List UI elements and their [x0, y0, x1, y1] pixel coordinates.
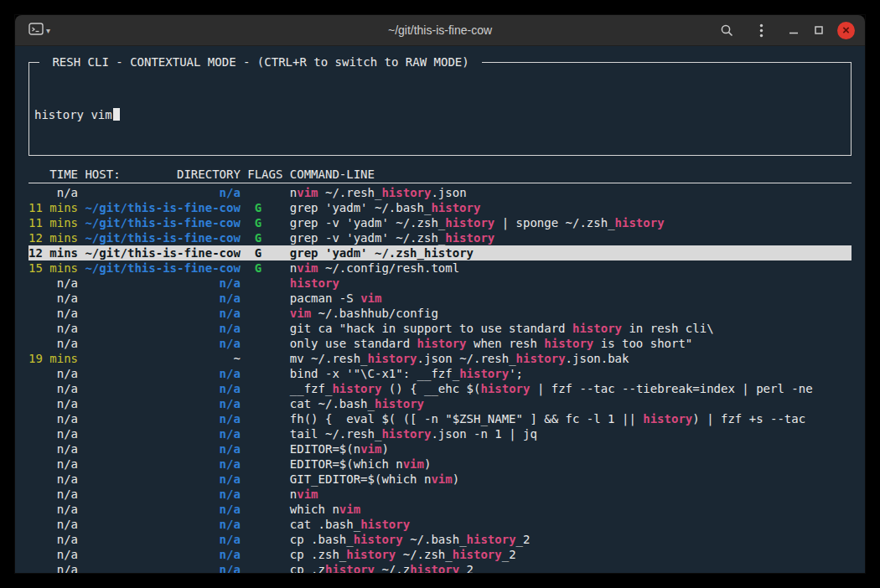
row-flags [247, 321, 282, 336]
minimize-icon [789, 25, 799, 35]
history-row[interactable]: n/an/abind -x '"\C-x1": __fzf_history'; [28, 366, 852, 381]
row-host-dir: n/a [85, 276, 240, 291]
header-host-directory: HOST:DIRECTORY [85, 167, 240, 183]
row-host-dir: ~/git/this-is-fine-cow [85, 200, 240, 215]
row-command: grep -v 'yadm' ~/.zsh_history [290, 230, 852, 245]
row-time: n/a [28, 487, 78, 502]
titlebar-left-group: ▾ [25, 21, 54, 39]
chevron-down-icon: ▾ [46, 26, 50, 35]
terminal-icon [28, 23, 44, 38]
row-host-dir: n/a [85, 396, 240, 411]
row-flags: G [247, 260, 282, 276]
history-row[interactable]: 12 mins~/git/this-is-fine-cowGgrep -v 'y… [28, 230, 852, 245]
terminal-content: RESH CLI - CONTEXTUAL MODE - (CTRL+R to … [15, 46, 865, 573]
restore-window-icon [814, 25, 824, 35]
row-time: n/a [28, 532, 78, 547]
row-flags [247, 396, 282, 411]
search-box-title: RESH CLI - CONTEXTUAL MODE - (CTRL+R to … [39, 54, 482, 70]
close-button[interactable] [837, 22, 855, 39]
row-flags [247, 547, 282, 562]
row-time: n/a [28, 547, 78, 562]
history-row[interactable]: n/an/aEDITOR=$(which nvim) [28, 456, 852, 472]
row-time: 11 mins [28, 200, 78, 215]
row-time: n/a [28, 517, 78, 532]
row-time: n/a [28, 336, 78, 351]
row-flags [247, 291, 282, 306]
history-header: TIME HOST:DIRECTORY FLAGS COMMAND-LINE [28, 167, 852, 183]
row-host-dir: n/a [85, 291, 240, 306]
history-row[interactable]: n/an/anvim [28, 487, 852, 502]
row-command: which nvim [290, 502, 852, 517]
row-host-dir: ~ [85, 351, 240, 366]
row-flags [247, 411, 282, 426]
row-flags [247, 381, 282, 396]
row-flags [247, 441, 282, 456]
row-host-dir: n/a [85, 532, 240, 547]
history-row[interactable]: 11 mins~/git/this-is-fine-cowGgrep -v 'y… [28, 215, 852, 230]
row-flags: G [247, 215, 282, 230]
history-row[interactable]: n/an/afh() { eval $( ([ -n "$ZSH_NAME" ]… [28, 411, 852, 426]
row-flags [247, 426, 282, 441]
history-row[interactable]: 15 mins~/git/this-is-fine-cowGnvim ~/.co… [28, 260, 852, 276]
menu-button[interactable] [758, 22, 765, 39]
history-row[interactable]: n/an/acp .bash_history ~/.bash_history_2 [28, 532, 852, 547]
row-flags [247, 487, 282, 502]
history-row[interactable]: n/an/acp .zsh_history ~/.zsh_history_2 [28, 547, 852, 562]
row-flags [247, 517, 282, 532]
row-flags [247, 472, 282, 487]
history-row[interactable]: n/an/avim ~/.bashhub/config [28, 306, 852, 321]
header-host: HOST: [85, 167, 120, 183]
history-row[interactable]: n/an/acat .bash_history [28, 517, 852, 532]
row-command: EDITOR=$(nvim) [290, 441, 852, 456]
history-row[interactable]: n/an/acat ~/.bash_history [28, 396, 852, 411]
row-time: n/a [28, 396, 78, 411]
history-row[interactable]: n/an/acp .zhistory ~/.zhistory_2 [28, 562, 852, 573]
row-host-dir: n/a [85, 306, 240, 321]
history-row[interactable]: n/an/aonly use standard history when res… [28, 336, 852, 351]
search-box: RESH CLI - CONTEXTUAL MODE - (CTRL+R to … [28, 62, 852, 156]
row-flags [247, 456, 282, 472]
row-time: 12 mins [28, 245, 78, 260]
row-flags: G [247, 245, 282, 260]
titlebar[interactable]: ▾ ~/git/this-is-fine-cow [15, 15, 865, 46]
history-row[interactable]: n/an/awhich nvim [28, 502, 852, 517]
history-row[interactable]: n/an/ahistory [28, 276, 852, 291]
history-row-selected[interactable]: 12 mins~/git/this-is-fine-cowGgrep 'yadm… [28, 245, 852, 260]
row-host-dir: n/a [85, 487, 240, 502]
row-flags: G [247, 200, 282, 215]
history-row[interactable]: n/an/anvim ~/.resh_history.json [28, 185, 852, 200]
row-flags: G [247, 230, 282, 245]
history-row[interactable]: 11 mins~/git/this-is-fine-cowGgrep 'yadm… [28, 200, 852, 215]
row-time: n/a [28, 502, 78, 517]
row-command: __fzf_history () { __ehc $(history | fzf… [290, 381, 852, 396]
search-button[interactable] [718, 22, 736, 39]
row-host-dir: n/a [85, 502, 240, 517]
history-row[interactable]: n/an/apacman -S vim [28, 291, 852, 306]
row-command: cat .bash_history [290, 517, 852, 532]
row-command: cp .bash_history ~/.bash_history_2 [290, 532, 852, 547]
text-cursor [113, 108, 120, 121]
history-row[interactable]: n/an/aEDITOR=$(nvim) [28, 441, 852, 456]
header-command-line: COMMAND-LINE [290, 167, 852, 183]
row-flags [247, 532, 282, 547]
history-row[interactable]: n/an/a__fzf_history () { __ehc $(history… [28, 381, 852, 396]
history-row[interactable]: 19 mins~mv ~/.resh_history.json ~/.resh_… [28, 351, 852, 366]
row-flags [247, 276, 282, 291]
row-command: nvim ~/.resh_history.json [290, 185, 852, 200]
row-time: n/a [28, 306, 78, 321]
row-host-dir: n/a [85, 562, 240, 573]
search-input[interactable]: history vim [34, 107, 844, 122]
history-row[interactable]: n/an/atail ~/.resh_history.json -n 1 | j… [28, 426, 852, 441]
new-terminal-button[interactable]: ▾ [25, 21, 54, 39]
row-command: tail ~/.resh_history.json -n 1 | jq [290, 426, 852, 441]
row-time: n/a [28, 366, 78, 381]
restore-button[interactable] [812, 23, 826, 37]
row-time: n/a [28, 456, 78, 472]
history-row[interactable]: n/an/aGIT_EDITOR=$(which nvim) [28, 472, 852, 487]
header-directory: DIRECTORY [177, 167, 241, 183]
row-host-dir: n/a [85, 426, 240, 441]
row-time: n/a [28, 291, 78, 306]
row-flags [247, 336, 282, 351]
minimize-button[interactable] [787, 23, 800, 37]
history-row[interactable]: n/an/agit ca "hack in support to use sta… [28, 321, 852, 336]
